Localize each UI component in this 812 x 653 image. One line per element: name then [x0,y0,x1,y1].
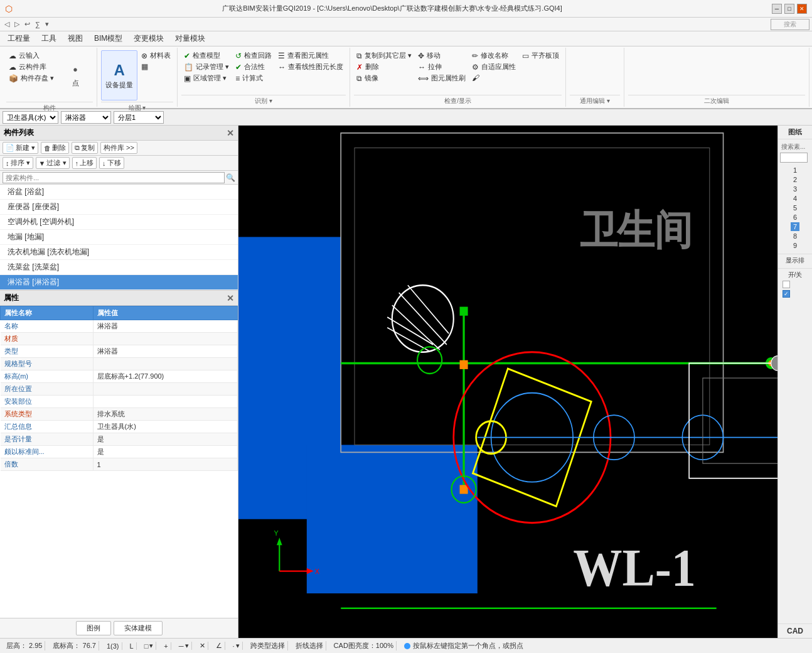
svg-text:Y: Y [274,529,279,536]
toggle-item-2[interactable]: ✓ [783,290,808,298]
copy-comp-btn[interactable]: ⧉ 复制 [72,142,98,154]
cad-num-8[interactable]: 8 [791,232,799,240]
props-table: 属性名称 属性值 名称 淋浴器 材质 [0,306,238,471]
cloud-import-btn[interactable]: ☁ 云输入 [6,50,56,61]
toggle-item-1[interactable] [783,281,808,288]
comp-item-ac[interactable]: 空调外机 [空调外机] [0,215,238,230]
cad-num-4[interactable]: 4 [791,194,799,203]
redo-btn[interactable]: ▷ [13,20,21,28]
cad-viewport[interactable]: 卫生间 [238,126,812,638]
mirror-icon: ⟺ [418,74,429,83]
cad-num-2[interactable]: 2 [791,175,799,184]
plus-tool-btn[interactable]: + [161,642,171,650]
component-select[interactable]: 淋浴器 [61,111,111,124]
menu-shitu[interactable]: 视图 [63,32,88,45]
zone-mgmt-btn[interactable]: ▣ 区域管理 ▾ [181,73,232,84]
menu-gongju[interactable]: 工具 [36,32,61,45]
delete-comp-btn[interactable]: 🗑 删除 [41,142,69,154]
cross-select-btn[interactable]: 跨类型选择 [248,641,288,650]
cad-num-1[interactable]: 1 [791,166,799,175]
legal-btn[interactable]: ✔ 合法性 [233,62,274,72]
minimize-btn[interactable]: ─ [772,4,782,14]
comp-item-sink[interactable]: 洗菜盆 [洗菜盆] [0,260,238,275]
cad-num-9[interactable]: 9 [791,241,799,250]
cross-btn[interactable]: ✕ [197,642,208,650]
new-icon: 📄 [6,144,14,152]
comp-item-washer-drain[interactable]: 洗衣机地漏 [洗衣机地漏] [0,245,238,260]
cad-num-6[interactable]: 6 [791,213,799,222]
prop-name-5: 所在位置 [1,383,93,396]
layer-select[interactable]: 分层1 [114,111,164,124]
prop-value-1 [93,333,237,345]
props-scroll-area[interactable]: 属性名称 属性值 名称 淋浴器 材质 [0,306,238,618]
comp-search-input[interactable] [3,172,225,183]
material-table-btn[interactable]: ▦ [139,62,173,72]
more-btn[interactable]: ▾ [43,20,51,28]
line-tool-btn[interactable]: L [127,642,137,650]
equip-measure-btn[interactable]: ⊗ 材料表 [139,50,173,61]
stretch-btn[interactable]: ↔ 拉伸 [415,62,468,72]
copy-to-other-btn[interactable]: ⧉ 复制到其它层 ▾ [354,50,414,61]
category-select[interactable]: 卫生器具(水) [3,111,58,124]
undo-action-btn[interactable]: ↩ [23,20,32,28]
delete-btn[interactable]: ✗ 删除 [354,62,414,72]
mirror-btn[interactable]: ⟺ 图元属性刷 [415,73,468,84]
dropdown-arrow3: ▾ [236,642,240,650]
status-dropdown[interactable]: □ ▾ [142,642,157,650]
copy-btn[interactable]: ⧉ 镜像 [354,73,414,84]
search-box[interactable]: 搜索 [771,19,809,30]
prop-name-4: 标高(m) [1,370,93,383]
sort-btn[interactable]: ↕ 排序 ▾ [3,157,33,169]
cad-num-3[interactable]: 3 [791,185,799,193]
view-line-len-btn[interactable]: ↔ 查看线性图元长度 [275,62,346,72]
prop-name-8: 汇总信息 [1,421,93,433]
angle-btn[interactable]: ∠ [213,642,225,650]
cad-num-7[interactable]: 7 [791,222,799,231]
comp-list-close[interactable]: ✕ [227,128,234,138]
rec-mgmt-btn[interactable]: 📋 记录管理 ▾ [181,62,232,72]
down-btn[interactable]: ↓ 下移 [99,157,124,169]
cad-num-5[interactable]: 5 [791,203,799,212]
menu-duilian[interactable]: 对量模块 [170,32,210,45]
check-model-btn[interactable]: ✔ 检查模型 [181,50,232,61]
model-btn[interactable]: 实体建模 [114,621,163,635]
dot-btn[interactable]: · ▾ [230,642,243,650]
one-key-btn[interactable]: A 设备提量 [101,50,137,100]
ribbon-buttons-identify: ✔ 检查模型 📋 记录管理 ▾ ▣ 区域管理 ▾ ↺ 检查回路 ✔ [181,49,346,95]
undo-btn[interactable]: ◁ [3,20,11,28]
move-btn[interactable]: ✥ 移动 [415,50,468,61]
sum-btn[interactable]: ∑ [33,21,42,28]
copy-icon2: ⧉ [75,144,80,152]
calculate-btn[interactable]: ≡ 计算式 [233,73,274,84]
maximize-btn[interactable]: □ [784,4,794,14]
ribbon-col-2: ⊗ 材料表 ▦ [139,50,173,72]
close-btn[interactable]: ✕ [797,4,807,14]
view-elem-props-btn[interactable]: ☰ 查看图元属性 [275,50,346,61]
cloud-lib-btn[interactable]: ☁ 云构件库 [6,62,56,72]
comp-item-toilet[interactable]: 座便器 [座便器] [0,200,238,215]
filter-btn[interactable]: ▼ 过滤 ▾ [36,157,70,169]
new-comp-btn[interactable]: 📄 新建 ▾ [3,142,38,154]
up-btn[interactable]: ↑ 上移 [72,157,97,169]
status-dropdown2[interactable]: ─ ▾ [176,642,192,650]
cad-search-input[interactable] [780,153,808,163]
legend-btn[interactable]: 图例 [76,621,111,635]
check-icon: ✔ [184,51,190,60]
polyline-select-btn[interactable]: 折线选择 [293,641,326,650]
modify-name-btn[interactable]: ✏ 修改名称 [469,50,518,61]
check-loop-btn[interactable]: ↺ 检查回路 [233,50,274,61]
menu-bimmodel[interactable]: BIM模型 [89,32,127,45]
point-btn[interactable]: • 点 [58,50,93,100]
auto-props-btn[interactable]: ⚙ 自适应属性 [469,62,518,72]
comp-item-shower[interactable]: 淋浴器 [淋浴器] [0,275,238,290]
comp-item-drain[interactable]: 地漏 [地漏] [0,230,238,245]
comp-lib-btn[interactable]: 构件库 >> [100,142,137,154]
filter-label: 过滤 ▾ [46,158,66,168]
props-close[interactable]: ✕ [227,293,234,303]
elem-props-brush-btn[interactable]: 🖌 [469,73,518,83]
comp-storage-btn[interactable]: 📦 构件存盘 ▾ [6,73,56,84]
menu-gongchengliang[interactable]: 工程量 [3,32,35,45]
flat-roof-btn[interactable]: ▭ 平齐板顶 [520,50,562,61]
comp-item-bathtub[interactable]: 浴盆 [浴盆] [0,185,238,200]
menu-biangeng[interactable]: 变更模块 [129,32,169,45]
